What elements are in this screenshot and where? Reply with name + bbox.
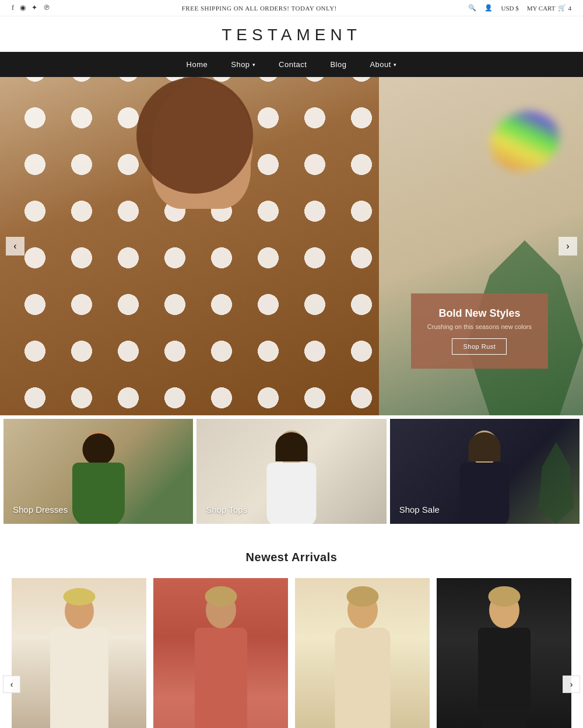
instagram-icon[interactable]: ◉ [20, 4, 26, 12]
products-prev-button[interactable]: ‹ [3, 676, 20, 693]
pinterest-icon[interactable]: ℗ [43, 4, 50, 12]
social-icons: f ◉ ✦ ℗ [12, 4, 50, 12]
category-label-dresses: Shop Dresses [13, 505, 68, 514]
twitter-icon[interactable]: ✦ [31, 4, 37, 12]
arielle-model [153, 578, 288, 728]
category-label-tops: Shop Tops [206, 505, 247, 514]
facebook-icon[interactable]: f [12, 4, 14, 12]
product-card-arielle[interactable]: Arielle Dress $69.99 [153, 578, 288, 728]
cart-action[interactable]: MY CART 🛒 4 [527, 4, 571, 12]
nav-item-contact[interactable]: Contact [279, 60, 307, 69]
nav-item-home[interactable]: Home [187, 60, 208, 69]
currency-action[interactable]: USD $ [501, 5, 518, 12]
logo-bar: TESTAMENT [0, 16, 583, 52]
prism-effect [482, 102, 568, 180]
hero-slider: Bold New Styles Crushing on this seasons… [0, 77, 583, 415]
announcement-text: FREE SHIPPING ON ALL ORDERS! TODAY ONLY! [182, 5, 337, 12]
category-label-sale: Shop Sale [399, 505, 440, 514]
nav-item-about[interactable]: About ▾ [370, 60, 396, 69]
nav-item-shop[interactable]: Shop ▾ [231, 60, 255, 69]
hero-background: Bold New Styles Crushing on this seasons… [0, 77, 583, 415]
category-grid: Shop Dresses Shop Tops Shop Sale [0, 415, 583, 527]
site-logo[interactable]: TESTAMENT [0, 26, 583, 44]
chevron-down-icon: ▾ [394, 62, 397, 68]
hero-cta-subtitle: Crushing on this seasons new colors [427, 323, 532, 330]
hero-cta-title: Bold New Styles [427, 307, 532, 320]
product-image-bali [12, 578, 146, 728]
category-card-dresses[interactable]: Shop Dresses [3, 419, 193, 524]
hero-model [0, 77, 379, 415]
newest-arrivals-title: Newest Arrivals [12, 551, 571, 564]
product-card-izzy[interactable]: Izzy Dress $84.99 [295, 578, 430, 728]
header-actions: 🔍 👤 USD $ MY CART 🛒 4 [468, 4, 571, 12]
newest-arrivals-section: Newest Arrivals ‹ Bali Top $7 [0, 527, 583, 728]
products-container: ‹ Bali Top $74.99 [12, 578, 571, 728]
product-image-izzy [295, 578, 430, 728]
product-image-bella [437, 578, 571, 728]
product-card-bella[interactable]: Bella Shirt $95.00 [437, 578, 571, 728]
products-next-button[interactable]: › [563, 676, 580, 693]
shop-rust-button[interactable]: Shop Rust [452, 338, 507, 355]
izzy-model [295, 578, 430, 728]
search-action[interactable]: 🔍 [468, 4, 476, 12]
hero-cta-box: Bold New Styles Crushing on this seasons… [411, 293, 548, 369]
account-action[interactable]: 👤 [484, 4, 493, 12]
bella-model [437, 578, 571, 728]
announcement-bar: f ◉ ✦ ℗ FREE SHIPPING ON ALL ORDERS! TOD… [0, 0, 583, 16]
hero-prev-button[interactable]: ‹ [6, 237, 24, 256]
category-card-sale[interactable]: Shop Sale [390, 419, 580, 524]
product-card-bali[interactable]: Bali Top $74.99 [12, 578, 146, 728]
nav-item-blog[interactable]: Blog [330, 60, 346, 69]
category-card-tops[interactable]: Shop Tops [196, 419, 386, 524]
hero-next-button[interactable]: › [559, 237, 577, 256]
products-row: Bali Top $74.99 [12, 578, 571, 728]
product-image-arielle [153, 578, 288, 728]
chevron-down-icon: ▾ [252, 62, 256, 68]
main-nav: Home Shop ▾ Contact Blog About ▾ [0, 52, 583, 77]
bali-model [12, 578, 146, 728]
